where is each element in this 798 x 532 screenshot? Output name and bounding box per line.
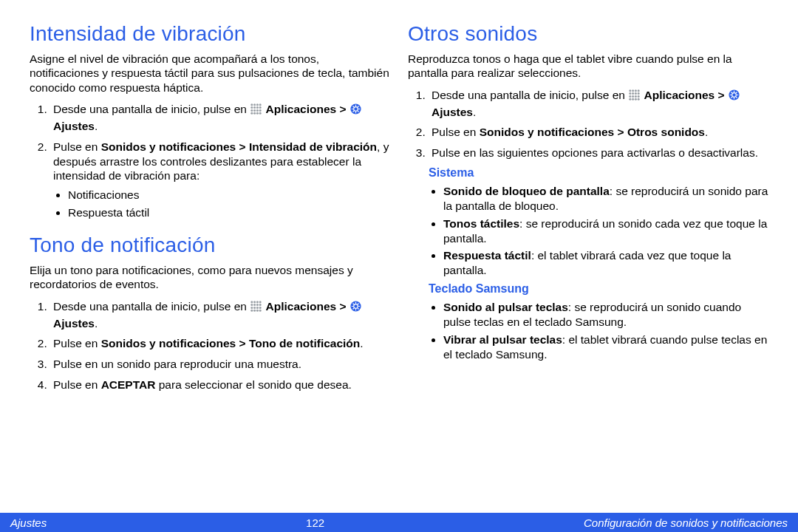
step-text: Pulse en: [432, 126, 480, 138]
heading-tono-notificacion: Tono de notificación: [30, 233, 390, 257]
apps-label: Aplicaciones >: [266, 300, 349, 313]
opt-bold: Tonos táctiles: [443, 217, 519, 230]
period: .: [360, 337, 363, 349]
step-text: Desde una pantalla de inicio, pulse en: [432, 89, 628, 101]
manual-page: Intensidad de vibración Asigne el nivel …: [0, 0, 798, 532]
svg-point-43: [638, 92, 640, 95]
svg-point-10: [256, 109, 259, 112]
step-1: Desde una pantalla de inicio, pulse en A…: [50, 102, 390, 134]
step-2: Pulse en Sonidos y notificaciones > Inte…: [50, 140, 390, 220]
svg-point-31: [253, 309, 256, 311]
svg-point-44: [630, 95, 632, 98]
svg-point-47: [638, 95, 640, 98]
opt-bold: Sonido al pulsar teclas: [443, 301, 568, 313]
list-item: Sonido al pulsar teclas: se reproducirá …: [443, 300, 768, 330]
step-text: Pulse en: [53, 140, 101, 153]
svg-point-21: [259, 301, 262, 303]
svg-point-28: [256, 307, 259, 309]
period: .: [705, 126, 708, 138]
svg-point-26: [251, 307, 253, 309]
teclado-bullets: Sonido al pulsar teclas: se reproducirá …: [443, 300, 768, 361]
heading-intensidad-vibracion: Intensidad de vibración: [30, 22, 390, 46]
step-3: Pulse en un sonido para reproducir una m…: [50, 357, 390, 372]
subhead-teclado: Teclado Samsung: [429, 282, 768, 296]
settings-label: Ajustes: [53, 317, 95, 330]
svg-point-37: [632, 89, 634, 92]
svg-point-40: [630, 92, 632, 95]
svg-point-24: [256, 304, 259, 306]
steps-tono: Desde una pantalla de inicio, pulse en A…: [50, 299, 390, 392]
svg-point-23: [253, 304, 256, 306]
svg-point-8: [251, 109, 253, 112]
svg-point-15: [259, 112, 262, 115]
svg-point-46: [635, 95, 637, 98]
sub-bullets: Notificaciones Respuesta táctil: [68, 188, 390, 220]
svg-point-41: [632, 92, 634, 95]
step-text: para seleccionar el sonido que desea.: [155, 378, 351, 391]
svg-point-14: [256, 112, 259, 115]
svg-point-49: [632, 98, 634, 100]
subsections: Sistema Sonido de bloqueo de pantalla: s…: [429, 166, 768, 361]
svg-point-9: [253, 109, 256, 112]
path-bold: Sonidos y notificaciones > Otros sonidos: [480, 126, 705, 138]
step-text: Desde una pantalla de inicio, pulse en: [53, 300, 250, 313]
svg-point-30: [251, 309, 253, 311]
svg-point-50: [635, 98, 637, 100]
step-text: Pulse en: [53, 378, 101, 391]
svg-point-11: [259, 109, 262, 112]
svg-point-3: [259, 103, 262, 106]
path-bold: Sonidos y notificaciones > Intensidad de…: [101, 140, 377, 153]
list-item: Sonido de bloqueo de pantalla: se reprod…: [443, 184, 768, 214]
period: .: [95, 317, 98, 330]
svg-point-1: [253, 103, 256, 106]
list-item: Notificaciones: [68, 188, 390, 202]
svg-point-29: [259, 307, 262, 309]
apps-grid-icon: [250, 300, 262, 316]
step-2: Pulse en Sonidos y notificaciones > Otro…: [429, 125, 768, 140]
footer-page-number: 122: [47, 516, 584, 529]
svg-point-42: [635, 92, 637, 95]
svg-point-32: [256, 309, 259, 311]
list-item: Respuesta táctil: el tablet vibrará cada…: [443, 248, 768, 278]
svg-point-36: [630, 89, 632, 92]
footer-left: Ajustes: [10, 516, 47, 529]
settings-label: Ajustes: [53, 120, 95, 132]
svg-point-0: [251, 103, 253, 106]
step-2: Pulse en Sonidos y notificaciones > Tono…: [50, 336, 390, 351]
svg-point-39: [638, 89, 640, 92]
svg-point-12: [251, 112, 253, 115]
heading-otros-sonidos: Otros sonidos: [408, 22, 768, 46]
settings-label: Ajustes: [432, 106, 473, 118]
footer-right: Configuración de sonidos y notificacione…: [584, 516, 788, 529]
step-1: Desde una pantalla de inicio, pulse en A…: [50, 299, 390, 331]
path-bold: Sonidos y notificaciones > Tono de notif…: [101, 337, 361, 349]
steps-intensidad: Desde una pantalla de inicio, pulse en A…: [50, 102, 390, 220]
apps-label: Aplicaciones >: [266, 103, 349, 115]
svg-point-5: [253, 106, 256, 109]
page-footer: Ajustes 122 Configuración de sonidos y n…: [0, 513, 798, 532]
opt-bold: Respuesta táctil: [443, 249, 531, 262]
list-item: Vibrar al pulsar teclas: el tablet vibra…: [443, 332, 768, 362]
list-item: Respuesta táctil: [68, 205, 390, 220]
step-text: Pulse en: [53, 337, 101, 349]
apps-grid-icon: [628, 89, 641, 105]
svg-point-19: [253, 301, 256, 303]
subhead-sistema: Sistema: [429, 166, 768, 180]
step-text: Desde una pantalla de inicio, pulse en: [53, 103, 250, 115]
steps-otros: Desde una pantalla de inicio, pulse en A…: [429, 88, 768, 160]
apps-label: Aplicaciones >: [644, 89, 728, 101]
left-column: Intensidad de vibración Asigne el nivel …: [30, 21, 390, 505]
svg-point-7: [259, 106, 262, 109]
intro-otros: Reproduzca tonos o haga que el tablet vi…: [408, 52, 768, 81]
period: .: [95, 120, 98, 132]
svg-point-6: [256, 106, 259, 109]
svg-point-13: [253, 112, 256, 115]
step-3: Pulse en las siguientes opciones para ac…: [429, 146, 768, 160]
content-area: Intensidad de vibración Asigne el nivel …: [0, 0, 798, 513]
svg-point-33: [259, 309, 262, 311]
svg-point-51: [638, 98, 640, 100]
right-column: Otros sonidos Reproduzca tonos o haga qu…: [408, 21, 768, 505]
svg-point-48: [630, 98, 632, 100]
apps-grid-icon: [250, 103, 262, 119]
sistema-bullets: Sonido de bloqueo de pantalla: se reprod…: [443, 184, 768, 278]
